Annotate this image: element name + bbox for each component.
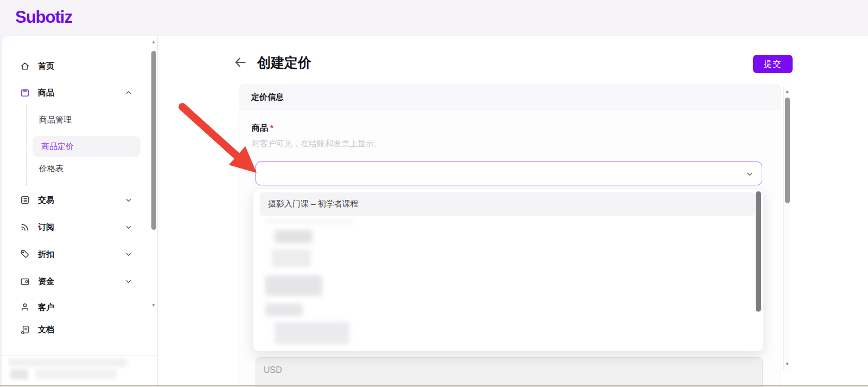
dropdown-option-photography-course[interactable]: 摄影入门课 – 初学者课程 <box>260 192 755 216</box>
product-field-label: 商品* <box>252 123 273 133</box>
sidebar-divider <box>2 355 157 356</box>
card-header: 定价信息 <box>239 85 781 109</box>
dropdown-scrollbar-thumb[interactable] <box>756 191 761 312</box>
currency-field[interactable]: USD <box>256 357 763 387</box>
customers-icon <box>20 302 30 313</box>
subscriptions-icon <box>20 222 30 233</box>
sidebar-item-subscriptions[interactable]: 订阅 <box>2 217 149 237</box>
dropdown-option-redacted[interactable] <box>275 230 312 243</box>
app-logo: Subotiz <box>15 8 72 27</box>
home-icon <box>20 61 30 72</box>
funds-icon <box>20 276 30 287</box>
sidebar-item-customers[interactable]: 客户 <box>2 298 149 317</box>
submit-button[interactable]: 提交 <box>753 55 793 73</box>
card-title: 定价信息 <box>251 92 284 102</box>
scroll-down-icon[interactable]: ▼ <box>784 362 790 366</box>
sidebar-subitem-label: 商品管理 <box>39 115 72 125</box>
sidebar-item-price-table[interactable]: 价格表 <box>2 159 149 178</box>
back-button[interactable] <box>233 55 247 69</box>
docs-icon <box>20 324 30 335</box>
products-icon <box>20 87 30 98</box>
sidebar-item-discounts[interactable]: 折扣 <box>2 244 149 264</box>
scroll-down-icon[interactable]: ▼ <box>151 302 156 309</box>
scroll-up-icon[interactable]: ▲ <box>784 89 790 94</box>
sidebar-item-product-pricing-active[interactable]: 商品定价 <box>33 136 141 157</box>
sidebar-item-docs[interactable]: 文档 <box>2 320 149 339</box>
chevron-up-icon[interactable] <box>125 89 132 96</box>
avatar[interactable] <box>10 369 28 379</box>
sidebar-item-label: 文档 <box>38 325 54 335</box>
sidebar-item-label: 资金 <box>38 276 54 287</box>
chevron-down-icon <box>745 170 754 178</box>
sidebar: 首页 商品 商品管理 商品定价 价格表 交易 订阅 <box>2 36 158 387</box>
dropdown-option-redacted[interactable] <box>265 275 322 296</box>
dropdown-option-redacted[interactable] <box>265 304 303 316</box>
discount-icon <box>20 249 30 260</box>
top-bar: Subotiz <box>0 0 868 36</box>
main-scrollbar[interactable]: ▲ ▼ <box>783 87 790 370</box>
product-select[interactable] <box>256 162 762 185</box>
dropdown-option-redacted[interactable] <box>272 249 311 267</box>
page-title: 创建定价 <box>257 54 311 72</box>
sidebar-item-product-management[interactable]: 商品管理 <box>2 110 149 130</box>
currency-value: USD <box>264 365 282 375</box>
sidebar-item-label: 首页 <box>38 61 54 72</box>
window-bottom-edge <box>0 385 868 386</box>
chevron-down-icon[interactable] <box>125 223 132 231</box>
required-asterisk: * <box>270 123 273 132</box>
user-name-redacted <box>35 369 117 379</box>
product-field-help: 对客户可见，在结账和发票上显示。 <box>252 139 382 149</box>
sidebar-item-label: 订阅 <box>38 222 54 233</box>
sidebar-scrollbar[interactable]: ▲ ▼ <box>150 36 157 313</box>
product-dropdown-menu: 摄影入门课 – 初学者课程 <box>253 188 764 351</box>
sidebar-scrollbar-thumb[interactable] <box>151 51 156 230</box>
sidebar-item-label: 商品 <box>38 88 54 98</box>
chevron-down-icon[interactable] <box>125 278 132 285</box>
scroll-up-icon[interactable]: ▲ <box>151 39 156 46</box>
dropdown-option-redacted[interactable] <box>275 322 349 344</box>
chevron-down-icon[interactable] <box>125 250 132 258</box>
sidebar-item-transactions[interactable]: 交易 <box>2 190 149 210</box>
dropdown-option-redacted[interactable] <box>265 220 354 223</box>
transactions-icon <box>20 195 30 205</box>
sidebar-item-products[interactable]: 商品 <box>2 83 149 102</box>
workspace-name-redacted <box>9 359 127 366</box>
chevron-down-icon[interactable] <box>125 196 132 204</box>
dropdown-option-label: 摄影入门课 – 初学者课程 <box>268 199 359 209</box>
sidebar-subitem-label: 商品定价 <box>41 141 74 152</box>
sidebar-subitem-label: 价格表 <box>39 164 63 174</box>
main-scrollbar-thumb[interactable] <box>785 98 790 203</box>
sidebar-item-label: 折扣 <box>38 249 54 260</box>
sidebar-item-label: 客户 <box>38 302 54 313</box>
sidebar-item-funds[interactable]: 资金 <box>2 272 149 291</box>
sidebar-item-home[interactable]: 首页 <box>2 56 149 76</box>
sidebar-item-label: 交易 <box>38 195 54 205</box>
